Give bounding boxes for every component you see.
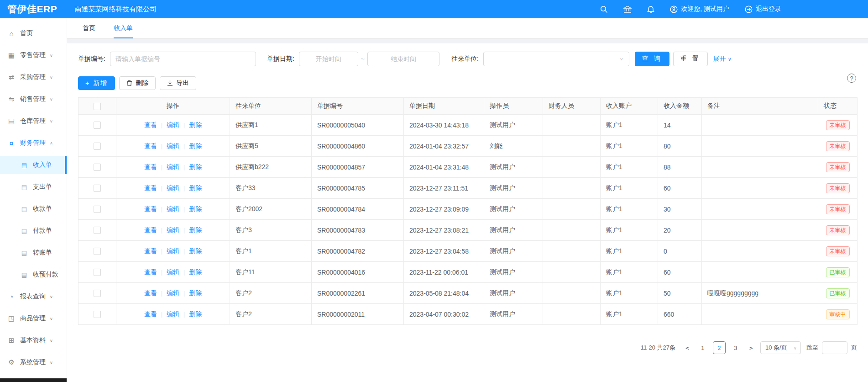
- cell-bill-no: SR00000004857: [312, 157, 404, 178]
- view-link[interactable]: 查看: [144, 121, 157, 129]
- edit-link[interactable]: 编辑: [167, 142, 179, 150]
- edit-link[interactable]: 编辑: [167, 205, 179, 213]
- view-link[interactable]: 查看: [144, 310, 157, 318]
- page-number-2[interactable]: 2: [713, 341, 726, 354]
- column-header: 财务人员: [543, 98, 601, 115]
- select-all-checkbox[interactable]: [94, 103, 101, 110]
- jump-to-input[interactable]: [822, 341, 847, 354]
- page-number-1[interactable]: 1: [696, 341, 709, 354]
- tab-income-bill[interactable]: 收入单: [114, 18, 133, 38]
- delete-link[interactable]: 删除: [189, 184, 202, 192]
- date-start-input[interactable]: [299, 52, 358, 66]
- filter-row: 单据编号: 单据日期: ~ 往来单位: ∨ 查 询 重 置 展开 ∨: [78, 52, 857, 66]
- row-checkbox[interactable]: [94, 164, 101, 171]
- view-link[interactable]: 查看: [144, 268, 157, 276]
- bank-icon[interactable]: [623, 5, 632, 13]
- row-checkbox[interactable]: [94, 269, 101, 276]
- delete-link[interactable]: 删除: [189, 289, 202, 297]
- reset-button[interactable]: 重 置: [673, 52, 708, 66]
- cell-bill-no: SR00000005040: [312, 115, 404, 136]
- logout-button[interactable]: 退出登录: [745, 5, 781, 13]
- doc-icon: ▤: [21, 206, 28, 212]
- search-button[interactable]: 查 询: [635, 52, 669, 66]
- delete-link[interactable]: 删除: [189, 121, 202, 129]
- sidebar-item-warehouse-mgmt[interactable]: ▤ 仓库管理 ∨: [0, 112, 67, 130]
- tab-home[interactable]: 首页: [83, 18, 95, 38]
- bill-no-input[interactable]: [110, 52, 256, 66]
- row-checkbox[interactable]: [94, 227, 101, 234]
- cell-bill-no: SR00000004860: [312, 136, 404, 157]
- user-welcome[interactable]: 欢迎您, 测试用户: [670, 5, 729, 13]
- row-checkbox[interactable]: [94, 143, 101, 150]
- next-page-button[interactable]: >: [746, 341, 757, 354]
- sidebar-item-receipt-bill[interactable]: ▤ 收款单: [0, 200, 67, 218]
- row-actions: 查看|编辑|删除: [116, 163, 230, 171]
- cell-income-amount: 60: [658, 262, 702, 283]
- sidebar-item-finance-mgmt[interactable]: ¤ 财务管理 ∧: [0, 134, 67, 152]
- sidebar-item-income-bill[interactable]: ▤ 收入单: [0, 156, 67, 174]
- edit-link[interactable]: 编辑: [167, 247, 179, 255]
- view-link[interactable]: 查看: [144, 163, 157, 171]
- sidebar-item-transfer-bill[interactable]: ▤ 转账单: [0, 244, 67, 262]
- delete-link[interactable]: 删除: [189, 205, 202, 213]
- row-checkbox[interactable]: [94, 185, 101, 192]
- edit-link[interactable]: 编辑: [167, 289, 179, 297]
- cell-remark: [702, 178, 818, 199]
- view-link[interactable]: 查看: [144, 247, 157, 255]
- page-number-3[interactable]: 3: [729, 341, 742, 354]
- delete-link[interactable]: 删除: [189, 310, 202, 318]
- edit-link[interactable]: 编辑: [167, 268, 179, 276]
- edit-link[interactable]: 编辑: [167, 310, 179, 318]
- sidebar-item-goods-mgmt[interactable]: ◳ 商品管理 ∨: [0, 309, 67, 328]
- sidebar-item-purchase-mgmt[interactable]: ⇄ 采购管理 ∨: [0, 68, 67, 86]
- row-checkbox[interactable]: [94, 206, 101, 213]
- sidebar-item-retail-mgmt[interactable]: ▦ 零售管理 ∨: [0, 46, 67, 64]
- chevron-up-icon: ∧: [50, 141, 53, 145]
- add-button[interactable]: + 新增: [78, 76, 115, 90]
- edit-link[interactable]: 编辑: [167, 184, 179, 192]
- edit-link[interactable]: 编辑: [167, 121, 179, 129]
- delete-button[interactable]: 删除: [119, 76, 156, 90]
- cell-remark: [702, 199, 818, 220]
- view-link[interactable]: 查看: [144, 289, 157, 297]
- income-bill-page: 单据编号: 单据日期: ~ 往来单位: ∨ 查 询 重 置 展开 ∨: [67, 43, 868, 382]
- page-size-select[interactable]: 10 条/页 ∨: [760, 341, 801, 354]
- sidebar-item-advance-bill[interactable]: ▤ 收预付款: [0, 265, 67, 284]
- delete-link[interactable]: 删除: [189, 247, 202, 255]
- sidebar-item-home[interactable]: ⌂ 首页: [0, 24, 67, 42]
- edit-link[interactable]: 编辑: [167, 226, 179, 234]
- row-checkbox[interactable]: [94, 248, 101, 255]
- sidebar-item-system-mgmt[interactable]: ⚙ 系统管理 ∨: [0, 353, 67, 371]
- date-end-input[interactable]: [367, 52, 439, 66]
- prev-page-button[interactable]: <: [682, 341, 693, 354]
- view-link[interactable]: 查看: [144, 226, 157, 234]
- chevron-down-icon: ∨: [50, 119, 53, 123]
- view-link[interactable]: 查看: [144, 184, 157, 192]
- sidebar-bottom-bar[interactable]: [0, 378, 67, 382]
- sidebar-item-sales-mgmt[interactable]: ⇋ 销售管理 ∨: [0, 90, 67, 108]
- delete-link[interactable]: 删除: [189, 163, 202, 171]
- cell-bill-date: 2023-12-27 23:04:58: [404, 241, 484, 262]
- view-link[interactable]: 查看: [144, 142, 157, 150]
- sidebar-item-base-data[interactable]: ⊞ 基本资料 ∨: [0, 331, 67, 350]
- sidebar-item-expense-bill[interactable]: ▤ 支出单: [0, 178, 67, 196]
- column-header: 状态: [818, 98, 858, 115]
- table-header-row: 操作往来单位单据编号单据日期操作员财务人员收入账户收入金额备注状态: [78, 98, 858, 115]
- delete-link[interactable]: 删除: [189, 226, 202, 234]
- view-link[interactable]: 查看: [144, 205, 157, 213]
- sidebar-item-report-query[interactable]: ◔ 报表查询 ∨: [0, 287, 67, 306]
- help-icon[interactable]: ?: [847, 74, 856, 83]
- notification-bell-icon[interactable]: [647, 5, 654, 13]
- row-checkbox[interactable]: [94, 122, 101, 129]
- search-icon[interactable]: [600, 5, 608, 13]
- chevron-down-icon: ∨: [50, 97, 53, 101]
- delete-link[interactable]: 删除: [189, 142, 202, 150]
- export-button[interactable]: 导出: [160, 76, 196, 90]
- delete-link[interactable]: 删除: [189, 268, 202, 276]
- sidebar-item-payment-bill[interactable]: ▤ 付款单: [0, 222, 67, 240]
- expand-link[interactable]: 展开 ∨: [713, 55, 732, 63]
- edit-link[interactable]: 编辑: [167, 163, 179, 171]
- row-checkbox[interactable]: [94, 311, 101, 318]
- row-checkbox[interactable]: [94, 290, 101, 297]
- partner-select[interactable]: ∨: [483, 52, 629, 66]
